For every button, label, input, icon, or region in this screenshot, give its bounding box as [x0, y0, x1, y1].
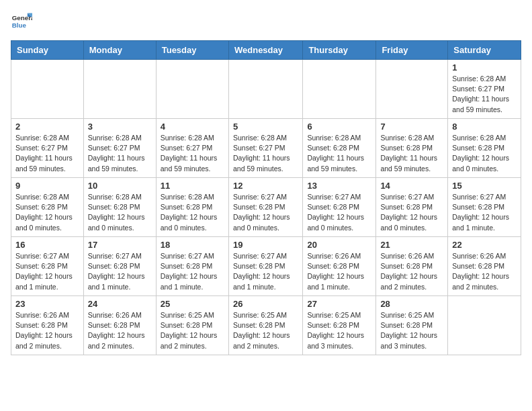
day-cell: 7Sunrise: 6:28 AM Sunset: 6:28 PM Daylig… — [376, 119, 448, 178]
day-info: Sunrise: 6:27 AM Sunset: 6:28 PM Dayligh… — [161, 251, 224, 292]
day-number: 25 — [161, 299, 224, 309]
day-cell: 19Sunrise: 6:27 AM Sunset: 6:28 PM Dayli… — [228, 237, 302, 296]
day-info: Sunrise: 6:26 AM Sunset: 6:28 PM Dayligh… — [452, 251, 517, 292]
day-number: 3 — [88, 122, 152, 132]
day-number: 1 — [452, 62, 517, 73]
day-cell: 11Sunrise: 6:28 AM Sunset: 6:28 PM Dayli… — [156, 178, 228, 237]
day-info: Sunrise: 6:28 AM Sunset: 6:27 PM Dayligh… — [452, 74, 517, 115]
col-header-wednesday: Wednesday — [228, 41, 302, 60]
day-info: Sunrise: 6:28 AM Sunset: 6:28 PM Dayligh… — [88, 192, 152, 233]
day-cell — [228, 60, 302, 119]
day-cell: 17Sunrise: 6:27 AM Sunset: 6:28 PM Dayli… — [83, 237, 156, 296]
calendar-header-row: SundayMondayTuesdayWednesdayThursdayFrid… — [11, 41, 521, 60]
day-info: Sunrise: 6:27 AM Sunset: 6:28 PM Dayligh… — [88, 251, 152, 292]
day-cell: 20Sunrise: 6:26 AM Sunset: 6:28 PM Dayli… — [303, 237, 376, 296]
day-number: 4 — [161, 122, 224, 132]
day-number: 23 — [15, 299, 79, 309]
day-info: Sunrise: 6:28 AM Sunset: 6:27 PM Dayligh… — [161, 133, 224, 174]
day-info: Sunrise: 6:27 AM Sunset: 6:28 PM Dayligh… — [452, 192, 517, 233]
col-header-sunday: Sunday — [11, 41, 84, 60]
day-number: 11 — [161, 181, 224, 191]
day-info: Sunrise: 6:28 AM Sunset: 6:27 PM Dayligh… — [88, 133, 152, 174]
day-cell — [11, 60, 84, 119]
day-info: Sunrise: 6:27 AM Sunset: 6:28 PM Dayligh… — [380, 192, 443, 233]
day-cell: 16Sunrise: 6:27 AM Sunset: 6:28 PM Dayli… — [11, 237, 84, 296]
day-cell: 6Sunrise: 6:28 AM Sunset: 6:28 PM Daylig… — [303, 119, 376, 178]
day-info: Sunrise: 6:26 AM Sunset: 6:28 PM Dayligh… — [15, 310, 79, 351]
day-info: Sunrise: 6:28 AM Sunset: 6:28 PM Dayligh… — [380, 133, 443, 174]
day-number: 21 — [380, 240, 443, 250]
week-row-4: 16Sunrise: 6:27 AM Sunset: 6:28 PM Dayli… — [11, 237, 521, 296]
day-number: 13 — [307, 181, 371, 191]
week-row-3: 9Sunrise: 6:28 AM Sunset: 6:28 PM Daylig… — [11, 178, 521, 237]
day-cell — [303, 60, 376, 119]
day-cell: 14Sunrise: 6:27 AM Sunset: 6:28 PM Dayli… — [376, 178, 448, 237]
day-info: Sunrise: 6:26 AM Sunset: 6:28 PM Dayligh… — [380, 251, 443, 292]
day-cell: 12Sunrise: 6:27 AM Sunset: 6:28 PM Dayli… — [228, 178, 302, 237]
day-number: 15 — [452, 181, 517, 191]
day-number: 2 — [15, 122, 79, 132]
week-row-2: 2Sunrise: 6:28 AM Sunset: 6:27 PM Daylig… — [11, 119, 521, 178]
day-cell: 8Sunrise: 6:28 AM Sunset: 6:28 PM Daylig… — [448, 119, 521, 178]
day-cell: 4Sunrise: 6:28 AM Sunset: 6:27 PM Daylig… — [156, 119, 228, 178]
day-number: 24 — [88, 299, 152, 309]
day-info: Sunrise: 6:28 AM Sunset: 6:27 PM Dayligh… — [15, 133, 79, 174]
day-cell: 27Sunrise: 6:25 AM Sunset: 6:28 PM Dayli… — [303, 296, 376, 355]
day-cell: 2Sunrise: 6:28 AM Sunset: 6:27 PM Daylig… — [11, 119, 84, 178]
day-info: Sunrise: 6:26 AM Sunset: 6:28 PM Dayligh… — [88, 310, 152, 351]
day-number: 28 — [380, 299, 443, 309]
calendar-table: SundayMondayTuesdayWednesdayThursdayFrid… — [11, 40, 521, 355]
day-info: Sunrise: 6:28 AM Sunset: 6:28 PM Dayligh… — [452, 133, 517, 174]
col-header-thursday: Thursday — [303, 41, 376, 60]
day-cell: 21Sunrise: 6:26 AM Sunset: 6:28 PM Dayli… — [376, 237, 448, 296]
day-info: Sunrise: 6:28 AM Sunset: 6:28 PM Dayligh… — [15, 192, 79, 233]
svg-text:Blue: Blue — [12, 21, 27, 29]
day-cell: 9Sunrise: 6:28 AM Sunset: 6:28 PM Daylig… — [11, 178, 84, 237]
day-cell — [156, 60, 228, 119]
day-cell: 10Sunrise: 6:28 AM Sunset: 6:28 PM Dayli… — [83, 178, 156, 237]
col-header-friday: Friday — [376, 41, 448, 60]
day-cell: 28Sunrise: 6:25 AM Sunset: 6:28 PM Dayli… — [376, 296, 448, 355]
day-info: Sunrise: 6:28 AM Sunset: 6:28 PM Dayligh… — [307, 133, 371, 174]
day-number: 22 — [452, 240, 517, 250]
day-cell — [448, 296, 521, 355]
day-number: 12 — [233, 181, 298, 191]
day-cell: 5Sunrise: 6:28 AM Sunset: 6:27 PM Daylig… — [228, 119, 302, 178]
day-info: Sunrise: 6:27 AM Sunset: 6:28 PM Dayligh… — [15, 251, 79, 292]
day-number: 7 — [380, 122, 443, 132]
day-info: Sunrise: 6:27 AM Sunset: 6:28 PM Dayligh… — [233, 192, 298, 233]
day-number: 9 — [15, 181, 79, 191]
day-info: Sunrise: 6:26 AM Sunset: 6:28 PM Dayligh… — [307, 251, 371, 292]
page-header: General Blue — [11, 11, 521, 32]
week-row-1: 1Sunrise: 6:28 AM Sunset: 6:27 PM Daylig… — [11, 60, 521, 119]
day-number: 17 — [88, 240, 152, 250]
day-cell: 22Sunrise: 6:26 AM Sunset: 6:28 PM Dayli… — [448, 237, 521, 296]
day-info: Sunrise: 6:27 AM Sunset: 6:28 PM Dayligh… — [233, 251, 298, 292]
day-info: Sunrise: 6:25 AM Sunset: 6:28 PM Dayligh… — [307, 310, 371, 351]
day-cell: 26Sunrise: 6:25 AM Sunset: 6:28 PM Dayli… — [228, 296, 302, 355]
day-number: 6 — [307, 122, 371, 132]
day-cell: 3Sunrise: 6:28 AM Sunset: 6:27 PM Daylig… — [83, 119, 156, 178]
day-info: Sunrise: 6:27 AM Sunset: 6:28 PM Dayligh… — [307, 192, 371, 233]
day-info: Sunrise: 6:25 AM Sunset: 6:28 PM Dayligh… — [233, 310, 298, 351]
day-cell: 23Sunrise: 6:26 AM Sunset: 6:28 PM Dayli… — [11, 296, 84, 355]
day-number: 26 — [233, 299, 298, 309]
day-number: 14 — [380, 181, 443, 191]
day-cell — [376, 60, 448, 119]
day-cell: 13Sunrise: 6:27 AM Sunset: 6:28 PM Dayli… — [303, 178, 376, 237]
day-number: 27 — [307, 299, 371, 309]
day-number: 5 — [233, 122, 298, 132]
week-row-5: 23Sunrise: 6:26 AM Sunset: 6:28 PM Dayli… — [11, 296, 521, 355]
col-header-tuesday: Tuesday — [156, 41, 228, 60]
day-number: 10 — [88, 181, 152, 191]
day-cell: 1Sunrise: 6:28 AM Sunset: 6:27 PM Daylig… — [448, 60, 521, 119]
day-number: 18 — [161, 240, 224, 250]
day-cell: 24Sunrise: 6:26 AM Sunset: 6:28 PM Dayli… — [83, 296, 156, 355]
day-cell: 15Sunrise: 6:27 AM Sunset: 6:28 PM Dayli… — [448, 178, 521, 237]
day-cell: 18Sunrise: 6:27 AM Sunset: 6:28 PM Dayli… — [156, 237, 228, 296]
day-info: Sunrise: 6:28 AM Sunset: 6:27 PM Dayligh… — [233, 133, 298, 174]
day-number: 19 — [233, 240, 298, 250]
day-info: Sunrise: 6:25 AM Sunset: 6:28 PM Dayligh… — [380, 310, 443, 351]
day-number: 16 — [15, 240, 79, 250]
day-number: 20 — [307, 240, 371, 250]
